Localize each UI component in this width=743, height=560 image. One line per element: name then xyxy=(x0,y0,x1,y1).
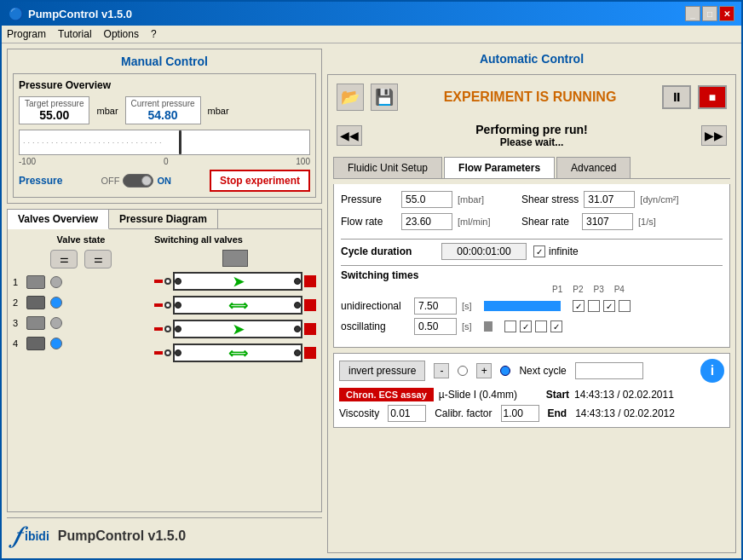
switching-icon[interactable] xyxy=(222,250,248,267)
p2-label: P2 xyxy=(573,285,583,294)
tab-valves-overview[interactable]: Valves Overview xyxy=(8,210,109,229)
uni-p1-checkbox[interactable] xyxy=(573,300,585,312)
minimize-button[interactable]: _ xyxy=(685,6,700,21)
valve-circle-1 xyxy=(50,276,62,288)
auto-control-title: Automatic Control xyxy=(327,49,736,69)
valve-icon-1[interactable]: ⚌ xyxy=(50,250,78,268)
valve-row-4: 4 xyxy=(13,337,149,350)
current-pressure-display: Current pressure 54.80 xyxy=(125,96,201,124)
end-value: 14:43:13 / 02.02.2012 xyxy=(575,407,675,419)
auto-control-panel: 📂 💾 EXPERIMENT IS RUNNING ⏸ ■ ◀◀ Perform… xyxy=(327,74,736,553)
current-pressure-unit: mbar xyxy=(208,106,229,116)
valve-switch-3[interactable] xyxy=(26,316,45,330)
start-value: 14:43:13 / 02.02.2011 xyxy=(574,389,674,401)
maximize-button[interactable]: □ xyxy=(702,6,717,21)
slider-max-label: 100 xyxy=(296,157,310,166)
valve-diagram-2: ⟺ xyxy=(154,296,316,315)
info-button[interactable]: i xyxy=(700,359,724,383)
tab-flow-parameters[interactable]: Flow Parameters xyxy=(444,157,555,178)
pressure-input[interactable] xyxy=(401,191,452,208)
osc-p1-checkbox[interactable] xyxy=(504,320,516,332)
menu-options[interactable]: Options xyxy=(104,28,139,40)
save-icon[interactable]: 💾 xyxy=(371,84,398,111)
valve-state-column: Valve state ⚌ ⚌ xyxy=(13,234,149,367)
calibr-input[interactable] xyxy=(501,405,539,422)
osc-p4-checkbox[interactable] xyxy=(550,320,562,332)
main-content: Manual Control Pressure Overview Target … xyxy=(2,43,741,558)
next-cycle-input[interactable] xyxy=(575,362,643,379)
open-folder-icon[interactable]: 📂 xyxy=(337,84,364,111)
experiment-info-row: Chron. ECS assay µ-Slide I (0.4mm) Start… xyxy=(339,388,724,401)
pressure-row: Pressure [mbar] xyxy=(341,191,504,208)
valve-icon-2[interactable]: ⚌ xyxy=(84,250,112,268)
uni-p4-checkbox[interactable] xyxy=(619,300,631,312)
oscillating-input[interactable] xyxy=(414,318,457,335)
osc-p3-checkbox[interactable] xyxy=(535,320,547,332)
cycle-duration-input[interactable] xyxy=(441,243,527,260)
minus-button[interactable]: - xyxy=(434,363,449,378)
infinite-checkbox[interactable] xyxy=(533,245,545,257)
tab-pressure-diagram[interactable]: Pressure Diagram xyxy=(109,210,218,228)
unidirectional-unit: [s] xyxy=(462,301,479,311)
close-button[interactable]: ✕ xyxy=(719,6,734,21)
stop-experiment-button[interactable]: Stop experiment xyxy=(210,170,310,192)
menu-help[interactable]: ? xyxy=(151,28,157,40)
menu-tutorial[interactable]: Tutorial xyxy=(58,28,92,40)
ibidi-logo-mark: 𝒇 xyxy=(14,522,21,550)
pause-button[interactable]: ⏸ xyxy=(662,85,691,109)
toggle-off-label: OFF xyxy=(101,176,119,186)
pressure-slider-track[interactable]: ······························ xyxy=(19,130,310,155)
valves-content: Valve state ⚌ ⚌ xyxy=(8,229,321,372)
uni-p3-checkbox[interactable] xyxy=(603,300,615,312)
right-panel: Automatic Control 📂 💾 EXPERIMENT IS RUNN… xyxy=(327,49,736,553)
unidirectional-checkboxes xyxy=(573,300,631,312)
pressure-control-row: Pressure OFF ON Stop experiment xyxy=(19,170,310,192)
switching-times-section: Switching times P1 P2 P3 P4 xyxy=(341,269,723,335)
invert-pressure-button[interactable]: invert pressure xyxy=(339,361,425,381)
viscosity-input[interactable] xyxy=(388,405,426,422)
flowrate-row: Flow rate [ml/min] xyxy=(341,213,504,230)
pressure-toggle[interactable] xyxy=(123,174,153,188)
valve-switch-2[interactable] xyxy=(26,296,45,309)
current-pressure-value: 54.80 xyxy=(131,108,195,122)
unidirectional-input[interactable] xyxy=(414,297,457,315)
target-pressure-unit: mbar xyxy=(96,106,118,116)
tab-advanced[interactable]: Advanced xyxy=(556,157,631,178)
setup-tabs: Fluidic Unit Setup Flow Parameters Advan… xyxy=(333,157,730,179)
menu-program[interactable]: Program xyxy=(7,28,46,40)
valve-control-icons: ⚌ ⚌ xyxy=(13,250,149,268)
unidirectional-label: unidirectional xyxy=(341,300,409,312)
osc-p2-checkbox[interactable] xyxy=(520,320,532,332)
shear-rate-input[interactable] xyxy=(582,213,633,230)
experiment-name-badge: Chron. ECS assay xyxy=(339,388,434,401)
stop-button[interactable]: ■ xyxy=(698,85,727,109)
valve-switch-4[interactable] xyxy=(26,337,45,350)
slide-type: µ-Slide I (0.4mm) xyxy=(439,389,541,401)
forward-button[interactable]: ▶▶ xyxy=(701,125,727,146)
shear-stress-unit: [dyn/cm²] xyxy=(640,194,687,205)
calibr-label: Calibr. factor xyxy=(435,407,492,419)
target-pressure-value: 55.00 xyxy=(25,108,84,122)
pressure-field-unit: [mbar] xyxy=(458,194,504,205)
unidirectional-row: unidirectional [s] xyxy=(341,297,723,315)
divider-1 xyxy=(341,239,723,240)
back-button[interactable]: ◀◀ xyxy=(337,125,362,146)
uni-p2-checkbox[interactable] xyxy=(588,300,600,312)
titlebar: 🔵 PumpControl v1.5.0 _ □ ✕ xyxy=(2,2,741,26)
titlebar-left: 🔵 PumpControl v1.5.0 xyxy=(9,7,132,20)
ibidi-name: ibidi xyxy=(25,529,49,543)
shear-stress-input[interactable] xyxy=(584,191,635,208)
flow-params-panel: Pressure [mbar] Flow rate [ml/min] xyxy=(333,184,730,348)
pressure-overview-title: Pressure Overview xyxy=(19,79,310,91)
main-window: 🔵 PumpControl v1.5.0 _ □ ✕ Program Tutor… xyxy=(0,0,743,560)
oscillating-label: oscillating xyxy=(341,320,409,332)
shear-rate-label: Shear rate xyxy=(521,216,577,228)
flow-params-columns: Pressure [mbar] Flow rate [ml/min] xyxy=(341,191,723,235)
end-label: End xyxy=(548,407,567,419)
plus-button[interactable]: + xyxy=(476,363,492,378)
valve-switch-1[interactable] xyxy=(26,275,45,289)
flowrate-input[interactable] xyxy=(401,213,452,230)
radio-dot-blue[interactable] xyxy=(500,366,510,376)
tab-fluidic-unit-setup[interactable]: Fluidic Unit Setup xyxy=(333,157,442,178)
radio-dot-1[interactable] xyxy=(458,366,468,376)
